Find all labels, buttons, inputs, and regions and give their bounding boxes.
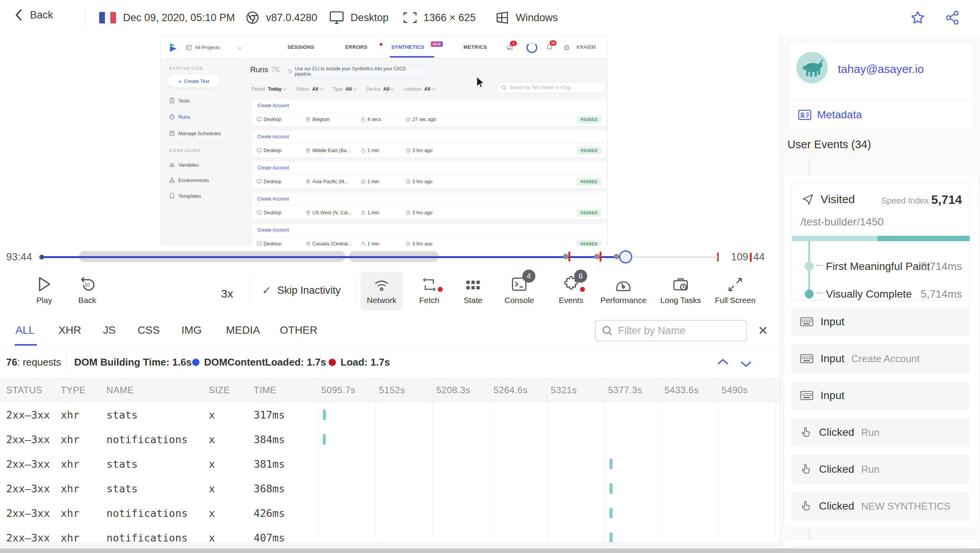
filter-location[interactable]: Location All [404, 86, 435, 92]
metadata-button[interactable]: Metadata [798, 100, 862, 129]
event-input[interactable]: Input [792, 381, 969, 410]
col-name[interactable]: NAME [106, 378, 134, 402]
tab-errors[interactable]: ERRORS [345, 44, 367, 50]
col-time[interactable]: TIME [254, 378, 276, 402]
sidebar-item-environments[interactable]: Environments [169, 177, 209, 183]
horizontal-scrollbar[interactable] [0, 548, 980, 553]
session-date-group: Dec 09, 2020, 05:10 PM [99, 7, 235, 28]
user-name[interactable]: KRAIEM [576, 45, 596, 50]
issue-marker [568, 252, 570, 262]
tab-metrics[interactable]: METRICS [463, 44, 487, 50]
filter-type[interactable]: Type All [333, 86, 356, 92]
event-input[interactable]: Input [792, 308, 969, 336]
event-input[interactable]: Input Create Account [792, 344, 969, 373]
event-clicked[interactable]: Clicked Run [792, 418, 969, 447]
play-button[interactable]: Play [27, 275, 61, 305]
cubes-icon [169, 162, 175, 168]
speed-button[interactable]: 3x [221, 287, 233, 300]
events-toggle-button[interactable]: 6 Events [552, 275, 590, 305]
long-tasks-toggle-button[interactable]: Long Tasks [656, 275, 706, 305]
filter-device[interactable]: Device All [366, 86, 394, 92]
stopwatch-icon [169, 114, 175, 120]
run-card[interactable]: Create Account Desktop US West (N. Cal..… [252, 193, 607, 220]
announcements-icon[interactable]: 1 [506, 43, 513, 51]
close-icon[interactable]: ✕ [758, 323, 768, 338]
run-name[interactable]: Create Account [257, 134, 289, 139]
hand-pointer-icon [800, 426, 812, 439]
filter-period[interactable]: Period Today [252, 86, 286, 92]
chevron-up-icon[interactable] [716, 356, 730, 369]
network-request-row[interactable]: 2xx–3xx xhr stats x 368ms [0, 476, 780, 501]
project-selector[interactable]: All Projects [181, 37, 246, 58]
chevron-down-icon[interactable] [739, 357, 753, 370]
network-request-row[interactable]: 2xx–3xx xhr stats x 317ms [0, 402, 780, 427]
req-status: 2xx–3xx [6, 402, 50, 427]
tab-xhr[interactable]: XHR [58, 324, 81, 336]
run-name[interactable]: Create Account [257, 196, 289, 202]
tab-css[interactable]: CSS [138, 324, 160, 336]
filter-by-name-box[interactable] [595, 320, 747, 341]
filter-status[interactable]: Status All [296, 86, 323, 92]
sidebar-item-manage-schedules[interactable]: Manage Schedules [169, 130, 221, 136]
full-screen-button[interactable]: Full Screen [710, 275, 760, 305]
run-name[interactable]: Create Account [257, 103, 289, 108]
col-type[interactable]: TYPE [61, 378, 86, 402]
run-name[interactable]: Create Account [257, 227, 289, 233]
avatar [796, 52, 828, 83]
dom-building-stat: DOM Building Time: 1.6s [74, 346, 192, 378]
gear-icon[interactable]: ⚙ [563, 43, 570, 52]
tab-img[interactable]: IMG [181, 324, 202, 336]
back-10-button[interactable]: 10 Back [70, 275, 105, 305]
sidebar-item-variables[interactable]: Variables [169, 162, 199, 168]
network-request-row[interactable]: 2xx–3xx xhr stats x 381ms [0, 452, 780, 476]
fetch-toggle-button[interactable]: Fetch [412, 275, 447, 305]
event-clicked[interactable]: Clicked NEW SYNTHETICS [792, 492, 969, 520]
visited-event-card[interactable]: Visited Speed Index 5,714 /test-builder/… [792, 182, 970, 301]
run-device: Desktop [264, 148, 281, 153]
sidebar-item-tests[interactable]: Tests [169, 98, 190, 104]
col-status[interactable]: STATUS [6, 378, 42, 402]
run-card[interactable]: Create Account Desktop Middle East (Ba..… [252, 131, 607, 157]
network-toggle-button[interactable]: Network [360, 272, 403, 310]
network-request-row[interactable]: 2xx–3xx xhr notifications x 426ms [0, 501, 780, 525]
more-vert-icon[interactable]: ⋮ [605, 43, 608, 50]
state-toggle-button[interactable]: State [456, 275, 490, 305]
back-button[interactable]: Back [14, 8, 53, 22]
sidebar-item-templates[interactable]: Templates [169, 193, 201, 199]
timeline-track[interactable] [42, 256, 718, 258]
run-card[interactable]: Create Account Desktop Canada (Central..… [252, 224, 607, 246]
performance-toggle-button[interactable]: Performance [596, 275, 650, 305]
crop-brackets-icon [403, 11, 417, 24]
skip-inactivity-toggle[interactable]: ✓ Skip Inactivity [262, 284, 341, 297]
tab-other[interactable]: OTHER [280, 324, 317, 336]
state-label: State [463, 296, 482, 305]
network-request-row[interactable]: 2xx–3xx xhr notifications x 384ms [0, 427, 780, 452]
event-clicked[interactable]: Clicked Run [792, 455, 969, 483]
network-wifi-icon [373, 277, 390, 293]
console-toggle-button[interactable]: 4 Console [498, 275, 540, 305]
filter-by-name-input[interactable] [617, 325, 740, 337]
playhead-handle[interactable] [619, 250, 632, 263]
bell-icon[interactable]: 33 [546, 43, 553, 51]
share-icon[interactable] [945, 10, 960, 25]
test-search-box[interactable] [496, 82, 607, 93]
tab-media[interactable]: MEDIA [226, 324, 260, 336]
test-search-input[interactable] [509, 84, 602, 91]
tab-sessions[interactable]: SESSIONS [287, 44, 314, 50]
col-size[interactable]: SIZE [209, 378, 230, 402]
cli-link[interactable]: CLI [312, 66, 319, 71]
run-card[interactable]: Create Account Desktop Asia Pacific (M..… [252, 162, 607, 189]
chevron-down-icon [390, 86, 395, 90]
sidebar-item-runs[interactable]: Runs [169, 114, 190, 120]
file-icon [169, 193, 175, 199]
app-logo-icon [168, 41, 179, 53]
run-card[interactable]: Create Account Desktop Belgium 4 secs 27… [252, 99, 607, 126]
user-email[interactable]: tahay@asayer.io [838, 63, 924, 76]
tab-all[interactable]: ALL [15, 324, 35, 336]
run-name[interactable]: Create Account [257, 165, 289, 171]
create-test-button[interactable]: + Create Test [168, 75, 220, 88]
tab-synthetics[interactable]: SYNTHETICS [391, 44, 424, 50]
tab-js[interactable]: JS [103, 324, 116, 336]
star-icon[interactable] [910, 10, 925, 25]
vc-dot [805, 290, 814, 298]
